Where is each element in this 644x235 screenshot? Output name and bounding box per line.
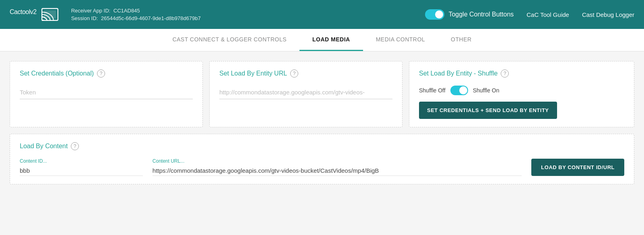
content-id-label: Content ID... — [20, 158, 143, 164]
load-content-title-text: Load By Content — [20, 143, 68, 150]
card-credentials: Set Credentials (Optional) ? — [10, 61, 203, 127]
content-url-label: Content URL... — [153, 158, 522, 164]
main-content: Set Credentials (Optional) ? Set Load By… — [0, 51, 644, 194]
toggle-section: Toggle Control Buttons — [425, 9, 514, 20]
shuffle-off-label: Shuffle Off — [419, 87, 446, 94]
receiver-app-label: Receiver App ID: — [71, 8, 111, 14]
load-content-button[interactable]: LOAD BY CONTENT ID/URL — [531, 159, 624, 176]
card-shuffle: Set Load By Entity - Shuffle ? Shuffle O… — [409, 61, 634, 127]
entity-url-help-icon[interactable]: ? — [290, 69, 298, 78]
logo-version: v2 — [30, 8, 37, 15]
card-entity-url: Set Load By Entity URL ? — [209, 61, 402, 127]
content-url-value: https://commondatastorage.googleapis.com… — [153, 166, 522, 176]
nav-link-cast-debug[interactable]: Cast Debug Logger — [582, 11, 634, 18]
content-id-group: Content ID... bbb — [20, 158, 143, 176]
session-id: 26544d5c-66d9-4607-9de1-d8b978d679b7 — [101, 15, 201, 21]
header-nav: CaC Tool Guide Cast Debug Logger — [526, 11, 634, 18]
receiver-app-info: Receiver App ID: CC1AD845 — [71, 8, 413, 14]
logo: Cactoolv2 — [10, 8, 58, 21]
logo-text: Cactoolv2 — [10, 8, 37, 21]
cast-icon — [41, 8, 58, 21]
card-load-by-content: Load By Content ? Content ID... bbb Cont… — [10, 134, 634, 184]
entity-url-title-text: Set Load By Entity URL — [219, 70, 287, 77]
load-content-title: Load By Content ? — [20, 142, 624, 150]
toggle-control-label: Toggle Control Buttons — [448, 11, 514, 18]
load-content-help-icon[interactable]: ? — [71, 142, 79, 150]
token-input[interactable] — [20, 86, 193, 99]
tab-load-media[interactable]: LOAD MEDIA — [299, 29, 363, 51]
credentials-title: Set Credentials (Optional) ? — [20, 69, 193, 78]
entity-url-title: Set Load By Entity URL ? — [219, 69, 392, 78]
session-label: Session ID: — [71, 15, 98, 21]
credentials-title-text: Set Credentials (Optional) — [20, 70, 94, 77]
credentials-help-icon[interactable]: ? — [97, 69, 105, 78]
content-url-group: Content URL... https://commondatastorage… — [153, 158, 522, 176]
content-id-value: bbb — [20, 166, 143, 176]
shuffle-on-label: Shuffle On — [473, 87, 500, 94]
cards-row: Set Credentials (Optional) ? Set Load By… — [10, 61, 634, 127]
set-credentials-send-load-button[interactable]: SET CREDENTIALS + SEND LOAD BY ENTITY — [419, 102, 557, 119]
content-fields-row: Content ID... bbb Content URL... https:/… — [20, 158, 624, 176]
tab-bar: CAST CONNECT & LOGGER CONTROLS LOAD MEDI… — [0, 29, 644, 51]
logo-name: Cactool — [10, 8, 30, 15]
shuffle-toggle-row: Shuffle Off Shuffle On — [419, 86, 624, 95]
shuffle-help-icon[interactable]: ? — [501, 69, 509, 78]
tab-media-control[interactable]: MEDIA CONTROL — [363, 29, 438, 51]
nav-link-cac-guide[interactable]: CaC Tool Guide — [526, 11, 569, 18]
shuffle-title-text: Set Load By Entity - Shuffle — [419, 70, 497, 77]
app-header: Cactoolv2 Receiver App ID: CC1AD845 Sess… — [0, 0, 644, 29]
session-info: Session ID: 26544d5c-66d9-4607-9de1-d8b9… — [71, 15, 413, 21]
tab-other[interactable]: OTHER — [438, 29, 485, 51]
entity-url-input[interactable] — [219, 86, 392, 99]
header-info: Receiver App ID: CC1AD845 Session ID: 26… — [71, 8, 413, 21]
tab-cast-connect[interactable]: CAST CONNECT & LOGGER CONTROLS — [159, 29, 299, 51]
shuffle-title: Set Load By Entity - Shuffle ? — [419, 69, 624, 78]
toggle-control-buttons[interactable] — [425, 9, 444, 20]
shuffle-toggle[interactable] — [450, 86, 468, 95]
receiver-app-id: CC1AD845 — [114, 8, 140, 14]
